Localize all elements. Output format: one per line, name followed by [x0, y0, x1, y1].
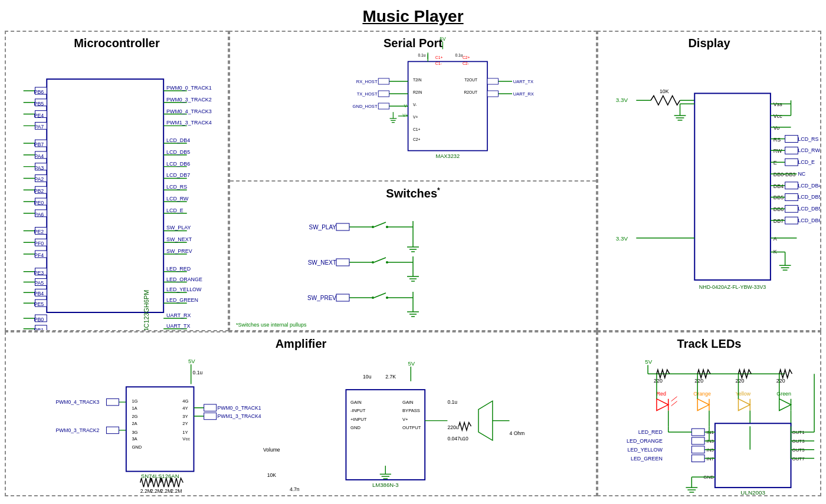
svg-text:SW_NEXT: SW_NEXT: [308, 259, 336, 266]
svg-text:PWM1_3_TRACK4: PWM1_3_TRACK4: [218, 413, 261, 419]
svg-text:10: 10: [463, 436, 468, 442]
svg-text:LED_ORANGE: LED_ORANGE: [627, 438, 663, 444]
svg-text:5V: 5V: [188, 358, 195, 364]
svg-text:LED_RED: LED_RED: [638, 429, 663, 435]
svg-text:PE4: PE4: [34, 113, 44, 118]
display-panel: Display 3.3V 10K NHD-0420AZ-FL-YBW-33V3 …: [597, 31, 821, 331]
svg-text:V+: V+: [402, 417, 408, 422]
svg-text:Volume: Volume: [263, 447, 280, 453]
svg-rect-111: [378, 91, 389, 97]
svg-text:Vcc: Vcc: [182, 436, 190, 442]
svg-text:0.1u: 0.1u: [455, 53, 463, 57]
svg-line-162: [374, 258, 386, 262]
svg-text:PF0: PF0: [34, 241, 44, 246]
svg-text:+INPUT: +INPUT: [350, 417, 367, 422]
svg-text:LED_YELLOW: LED_YELLOW: [628, 447, 663, 453]
svg-text:SW_PLAY: SW_PLAY: [309, 224, 337, 230]
svg-point-148: [372, 226, 374, 228]
svg-text:RW: RW: [773, 148, 782, 154]
amplifier-panel: Amplifier PWM0_4_TRACK3 PWM0_3_TRACK2 SN…: [5, 331, 597, 496]
svg-text:LED_RED: LED_RED: [166, 266, 191, 272]
svg-text:220: 220: [654, 378, 663, 384]
svg-text:A: A: [773, 236, 777, 242]
svg-text:LED_GREEN: LED_GREEN: [166, 297, 198, 303]
svg-rect-347: [691, 446, 704, 453]
svg-text:1A: 1A: [132, 406, 137, 411]
svg-rect-172: [336, 294, 349, 301]
svg-text:DB5: DB5: [773, 195, 784, 200]
svg-text:LCD_DB7: LCD_DB7: [166, 172, 190, 178]
svg-text:SW_PLAY: SW_PLAY: [166, 225, 191, 230]
svg-text:LCD_DB4: LCD_DB4: [798, 183, 820, 189]
svg-text:GND_HOST: GND_HOST: [353, 104, 378, 109]
svg-text:TX_HOST: TX_HOST: [357, 91, 378, 97]
svg-text:NC: NC: [798, 171, 805, 177]
svg-text:PB5: PB5: [34, 101, 44, 107]
svg-rect-343: [691, 437, 704, 444]
svg-text:PE5: PE5: [34, 301, 44, 307]
svg-text:DB0-DB3: DB0-DB3: [773, 172, 796, 177]
svg-text:LED_YELLOW: LED_YELLOW: [166, 286, 202, 292]
svg-text:PWM0_0_TRACK1: PWM0_0_TRACK1: [166, 85, 212, 91]
svg-rect-245: [106, 398, 119, 405]
svg-line-149: [374, 222, 386, 227]
svg-marker-321: [697, 399, 709, 411]
svg-text:3Y: 3Y: [182, 414, 188, 419]
svg-rect-200: [785, 136, 798, 143]
svg-text:LCD_DB5: LCD_DB5: [798, 206, 820, 212]
svg-rect-188: [694, 93, 771, 280]
svg-rect-146: [336, 223, 349, 230]
svg-text:NHD-0420AZ-FL-YBW-33V3: NHD-0420AZ-FL-YBW-33V3: [699, 284, 766, 290]
svg-text:2.7K: 2.7K: [385, 374, 396, 380]
svg-text:UART_TX: UART_TX: [513, 79, 533, 84]
svg-text:C2+: C2+: [413, 137, 421, 141]
svg-text:R2IN: R2IN: [413, 90, 422, 94]
svg-text:PA5: PA5: [34, 280, 44, 286]
svg-rect-267: [204, 404, 217, 411]
svg-text:LCD_DB4: LCD_DB4: [166, 137, 190, 143]
svg-text:Vo: Vo: [773, 125, 779, 131]
svg-text:R2OUT: R2OUT: [464, 90, 477, 94]
svg-text:3G: 3G: [132, 430, 137, 435]
svg-text:MAX3232: MAX3232: [436, 153, 460, 159]
svg-text:LCD_RS: LCD_RS: [166, 184, 187, 190]
svg-text:PB1: PB1: [34, 327, 44, 331]
svg-rect-335: [715, 423, 791, 487]
svg-rect-227: [785, 217, 798, 224]
svg-text:2.2M: 2.2M: [171, 488, 182, 494]
svg-text:DB4: DB4: [773, 183, 784, 189]
svg-text:2Y: 2Y: [182, 421, 188, 426]
svg-text:PB7: PB7: [34, 141, 44, 147]
svg-text:RS: RS: [773, 137, 781, 143]
svg-text:0.1u: 0.1u: [418, 53, 425, 57]
svg-rect-108: [378, 78, 389, 84]
svg-text:PB2: PB2: [34, 188, 44, 194]
svg-text:UART_RX: UART_RX: [513, 91, 534, 97]
svg-point-174: [372, 297, 374, 299]
svg-text:4G: 4G: [182, 398, 188, 404]
svg-rect-215: [785, 182, 798, 189]
svg-text:PA4: PA4: [34, 153, 44, 159]
svg-text:OUTPUT: OUTPUT: [402, 425, 421, 430]
svg-text:4.7n: 4.7n: [290, 486, 300, 492]
svg-text:PWM0_0_TRACK1: PWM0_0_TRACK1: [218, 405, 261, 411]
svg-text:V-: V-: [413, 103, 417, 107]
svg-text:Yellow: Yellow: [736, 391, 751, 397]
svg-text:LCD_DB5: LCD_DB5: [166, 149, 190, 155]
svg-text:0.047u: 0.047u: [447, 436, 463, 442]
svg-rect-269: [204, 413, 217, 419]
svg-text:-INPUT: -INPUT: [350, 408, 366, 413]
svg-text:C1+: C1+: [435, 55, 443, 60]
svg-text:4Y: 4Y: [182, 406, 188, 411]
svg-text:C2-: C2-: [463, 61, 469, 65]
svg-text:C2+: C2+: [463, 55, 470, 60]
svg-text:PA3: PA3: [34, 165, 44, 171]
svg-text:SW_PREV: SW_PREV: [307, 295, 336, 301]
mc-title: Microcontroller: [6, 32, 228, 52]
svg-text:PWM0_4_TRACK3: PWM0_4_TRACK3: [55, 399, 99, 405]
svg-text:LM386N-3: LM386N-3: [372, 482, 399, 488]
svg-text:PA2: PA2: [34, 176, 44, 182]
microcontroller-panel: Microcontroller TM4C123GH6PM PB6 PWM0_0_…: [5, 31, 229, 331]
svg-rect-351: [691, 455, 704, 462]
svg-text:PF4: PF4: [34, 252, 44, 258]
